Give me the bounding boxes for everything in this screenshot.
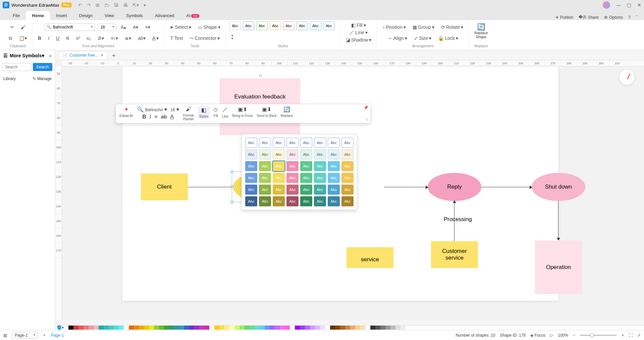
color-swatch[interactable] <box>270 326 275 330</box>
open-icon[interactable]: 🗀 <box>104 2 109 8</box>
style-swatch[interactable]: Abc <box>328 185 340 195</box>
style-swatch[interactable]: Abc <box>273 138 285 148</box>
style-swatch[interactable]: Abc <box>245 138 257 148</box>
ctx-align-icon[interactable]: ≡ <box>154 114 157 120</box>
save-icon[interactable]: 🖫 <box>114 2 118 8</box>
group-button[interactable]: ▦ Group▾ <box>411 23 436 31</box>
shape-shutdown[interactable]: Shut down <box>532 173 585 201</box>
color-swatch[interactable] <box>285 326 290 330</box>
symbols-dropdown-icon[interactable]: ▾ <box>42 53 44 58</box>
collapse-panel-icon[interactable]: « <box>49 53 52 58</box>
connector-tool[interactable]: ⤳ Connector ▾ <box>187 34 222 42</box>
style-swatch[interactable]: Abc <box>286 138 299 148</box>
color-swatch[interactable] <box>370 326 375 330</box>
color-swatch[interactable] <box>159 326 164 330</box>
ctx-size-combo[interactable]: 16 ▾ <box>170 106 179 113</box>
color-swatch[interactable] <box>290 326 295 330</box>
paste-icon[interactable]: 📋▾ <box>17 34 29 42</box>
color-swatch[interactable] <box>139 326 144 330</box>
style-swatch[interactable]: Abc <box>314 196 326 206</box>
color-swatch[interactable] <box>104 326 109 330</box>
style-swatch[interactable]: Abc <box>314 185 326 195</box>
style-swatch[interactable]: Abc <box>273 185 285 195</box>
format-painter-icon[interactable]: 🖌 <box>19 23 28 31</box>
color-swatch[interactable] <box>149 326 154 330</box>
style-swatch[interactable]: Abc <box>273 149 285 159</box>
style-swatch[interactable]: Abc <box>341 138 354 148</box>
style-swatch[interactable]: Abc <box>273 196 285 206</box>
color-swatch[interactable] <box>229 326 234 330</box>
style-swatch[interactable]: Abc <box>259 138 271 148</box>
style-swatch[interactable]: Abc <box>314 161 326 171</box>
collapse-ribbon-icon[interactable]: ˆ <box>636 14 637 20</box>
shrink-font-icon[interactable]: A▾ <box>131 23 140 31</box>
style-swatch[interactable]: Abc <box>341 149 354 159</box>
color-swatch[interactable] <box>335 326 340 330</box>
color-swatch[interactable] <box>375 326 380 330</box>
color-swatch[interactable] <box>310 326 315 330</box>
color-swatch[interactable] <box>89 326 94 330</box>
cut-icon[interactable]: ✂ <box>8 23 16 31</box>
color-swatch[interactable] <box>300 326 305 330</box>
color-swatch[interactable] <box>365 326 370 330</box>
text-tool[interactable]: T Text <box>168 34 185 42</box>
style-swatch[interactable]: Abc <box>300 138 312 148</box>
zoom-slider[interactable] <box>580 335 617 336</box>
color-swatch[interactable] <box>209 326 214 330</box>
style-swatch[interactable]: Abc <box>328 173 340 183</box>
color-swatch[interactable] <box>184 326 189 330</box>
color-swatch[interactable] <box>295 326 300 330</box>
focus-button[interactable]: ◈ Focus <box>530 333 545 338</box>
style-swatch[interactable]: Abc <box>300 161 312 171</box>
resize-handle[interactable] <box>231 171 233 173</box>
color-swatch[interactable] <box>78 326 84 330</box>
style-swatch[interactable]: Abc <box>259 196 271 206</box>
ctx-fontcolor-icon[interactable]: A <box>170 114 174 120</box>
publish-button[interactable]: ✈ Publish <box>555 14 573 20</box>
color-swatch[interactable] <box>250 326 255 330</box>
hamburger-icon[interactable]: ☰ <box>3 53 8 58</box>
page-list-icon[interactable]: ▤ <box>3 333 7 338</box>
color-swatch[interactable] <box>219 326 224 330</box>
color-swatch[interactable] <box>124 326 129 330</box>
color-swatch[interactable] <box>400 326 406 330</box>
tab-home[interactable]: Home <box>26 11 50 20</box>
ctx-italic-icon[interactable]: I <box>150 114 151 120</box>
library-link[interactable]: Library <box>3 76 16 81</box>
superscript-icon[interactable]: x² <box>74 34 82 42</box>
font-color-icon[interactable]: A▾ <box>150 34 161 42</box>
manage-link[interactable]: ✎ Manage <box>33 76 52 81</box>
style-swatch[interactable]: Abc <box>245 185 257 195</box>
ctx-font-combo[interactable]: 🔍 Bahnschri ▾ <box>137 106 167 113</box>
lock-button[interactable]: 🔒 Lock▾ <box>436 34 460 42</box>
zoom-thumb[interactable] <box>590 333 594 337</box>
color-swatch[interactable] <box>109 326 114 330</box>
resize-handle[interactable] <box>231 201 233 203</box>
connector[interactable] <box>558 201 558 240</box>
ctx-expand-icon[interactable]: ⤡ <box>365 117 368 122</box>
color-swatch[interactable] <box>255 326 260 330</box>
connector[interactable] <box>188 187 231 187</box>
color-swatch[interactable] <box>84 326 89 330</box>
color-swatch[interactable] <box>204 326 209 330</box>
style-swatch[interactable]: Abc <box>341 185 354 195</box>
color-swatch[interactable] <box>169 326 174 330</box>
tab-insert[interactable]: Insert <box>50 11 73 20</box>
style-swatch[interactable]: Abc <box>314 173 326 183</box>
color-swatch[interactable] <box>164 326 169 330</box>
replace-shape-button[interactable]: 🔄 Replace Shape <box>472 21 490 40</box>
tab-ai[interactable]: AIhot <box>180 11 205 20</box>
edraw-ai-icon[interactable]: ✦ <box>124 106 128 113</box>
style-swatch[interactable]: Abc <box>286 173 299 183</box>
color-swatch[interactable] <box>385 326 390 330</box>
size-button[interactable]: ⤢ Size▾ <box>412 34 433 42</box>
ctx-format-painter-icon[interactable]: 🖌 <box>186 106 191 112</box>
ctx-fill-icon[interactable]: ◇ <box>214 106 218 113</box>
tab-file[interactable]: File <box>7 11 26 20</box>
fullscreen-icon[interactable]: ⤢ <box>637 333 641 338</box>
ctx-bold-icon[interactable]: B <box>142 114 146 120</box>
font-family-combo[interactable]: Bahnschrift <box>45 23 95 31</box>
color-swatch[interactable] <box>174 326 179 330</box>
color-swatch[interactable] <box>245 326 250 330</box>
style-swatch[interactable]: Abc <box>245 149 257 159</box>
